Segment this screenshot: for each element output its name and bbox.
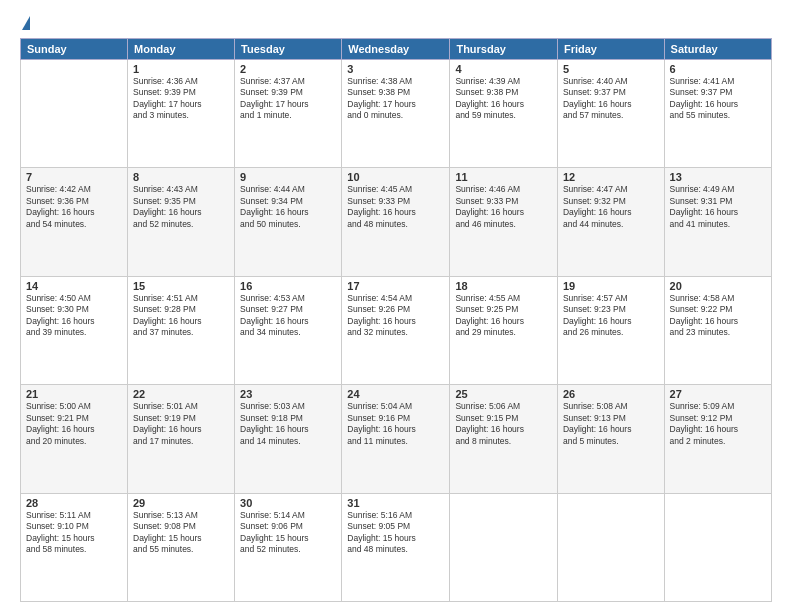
calendar-cell: 14Sunrise: 4:50 AM Sunset: 9:30 PM Dayli… bbox=[21, 276, 128, 384]
calendar-cell: 7Sunrise: 4:42 AM Sunset: 9:36 PM Daylig… bbox=[21, 168, 128, 276]
day-header-wednesday: Wednesday bbox=[342, 39, 450, 60]
day-header-sunday: Sunday bbox=[21, 39, 128, 60]
day-info: Sunrise: 5:08 AM Sunset: 9:13 PM Dayligh… bbox=[563, 401, 659, 447]
day-number: 6 bbox=[670, 63, 766, 75]
day-number: 25 bbox=[455, 388, 552, 400]
calendar-cell: 20Sunrise: 4:58 AM Sunset: 9:22 PM Dayli… bbox=[664, 276, 771, 384]
calendar-cell: 2Sunrise: 4:37 AM Sunset: 9:39 PM Daylig… bbox=[235, 60, 342, 168]
day-info: Sunrise: 4:50 AM Sunset: 9:30 PM Dayligh… bbox=[26, 293, 122, 339]
day-number: 20 bbox=[670, 280, 766, 292]
day-info: Sunrise: 4:36 AM Sunset: 9:39 PM Dayligh… bbox=[133, 76, 229, 122]
day-number: 7 bbox=[26, 171, 122, 183]
day-number: 1 bbox=[133, 63, 229, 75]
day-info: Sunrise: 5:16 AM Sunset: 9:05 PM Dayligh… bbox=[347, 510, 444, 556]
calendar: SundayMondayTuesdayWednesdayThursdayFrid… bbox=[20, 38, 772, 602]
day-number: 12 bbox=[563, 171, 659, 183]
day-info: Sunrise: 5:14 AM Sunset: 9:06 PM Dayligh… bbox=[240, 510, 336, 556]
day-number: 19 bbox=[563, 280, 659, 292]
day-number: 17 bbox=[347, 280, 444, 292]
day-info: Sunrise: 4:38 AM Sunset: 9:38 PM Dayligh… bbox=[347, 76, 444, 122]
calendar-cell: 25Sunrise: 5:06 AM Sunset: 9:15 PM Dayli… bbox=[450, 385, 558, 493]
logo bbox=[20, 16, 30, 30]
calendar-cell: 17Sunrise: 4:54 AM Sunset: 9:26 PM Dayli… bbox=[342, 276, 450, 384]
day-info: Sunrise: 4:40 AM Sunset: 9:37 PM Dayligh… bbox=[563, 76, 659, 122]
header bbox=[20, 16, 772, 30]
week-row-4: 21Sunrise: 5:00 AM Sunset: 9:21 PM Dayli… bbox=[21, 385, 772, 493]
day-info: Sunrise: 4:53 AM Sunset: 9:27 PM Dayligh… bbox=[240, 293, 336, 339]
day-number: 28 bbox=[26, 497, 122, 509]
day-header-saturday: Saturday bbox=[664, 39, 771, 60]
calendar-cell: 18Sunrise: 4:55 AM Sunset: 9:25 PM Dayli… bbox=[450, 276, 558, 384]
day-header-thursday: Thursday bbox=[450, 39, 558, 60]
calendar-cell: 15Sunrise: 4:51 AM Sunset: 9:28 PM Dayli… bbox=[128, 276, 235, 384]
calendar-cell: 9Sunrise: 4:44 AM Sunset: 9:34 PM Daylig… bbox=[235, 168, 342, 276]
day-number: 29 bbox=[133, 497, 229, 509]
day-info: Sunrise: 4:43 AM Sunset: 9:35 PM Dayligh… bbox=[133, 184, 229, 230]
day-number: 10 bbox=[347, 171, 444, 183]
day-number: 22 bbox=[133, 388, 229, 400]
day-number: 27 bbox=[670, 388, 766, 400]
day-number: 16 bbox=[240, 280, 336, 292]
day-info: Sunrise: 5:01 AM Sunset: 9:19 PM Dayligh… bbox=[133, 401, 229, 447]
day-number: 31 bbox=[347, 497, 444, 509]
day-info: Sunrise: 4:39 AM Sunset: 9:38 PM Dayligh… bbox=[455, 76, 552, 122]
calendar-header-row: SundayMondayTuesdayWednesdayThursdayFrid… bbox=[21, 39, 772, 60]
week-row-2: 7Sunrise: 4:42 AM Sunset: 9:36 PM Daylig… bbox=[21, 168, 772, 276]
day-info: Sunrise: 4:49 AM Sunset: 9:31 PM Dayligh… bbox=[670, 184, 766, 230]
day-info: Sunrise: 5:09 AM Sunset: 9:12 PM Dayligh… bbox=[670, 401, 766, 447]
calendar-cell bbox=[450, 493, 558, 601]
day-info: Sunrise: 5:04 AM Sunset: 9:16 PM Dayligh… bbox=[347, 401, 444, 447]
logo-triangle-icon bbox=[22, 16, 30, 30]
day-header-friday: Friday bbox=[557, 39, 664, 60]
calendar-cell: 1Sunrise: 4:36 AM Sunset: 9:39 PM Daylig… bbox=[128, 60, 235, 168]
calendar-cell: 26Sunrise: 5:08 AM Sunset: 9:13 PM Dayli… bbox=[557, 385, 664, 493]
day-info: Sunrise: 4:37 AM Sunset: 9:39 PM Dayligh… bbox=[240, 76, 336, 122]
day-info: Sunrise: 4:57 AM Sunset: 9:23 PM Dayligh… bbox=[563, 293, 659, 339]
day-info: Sunrise: 4:45 AM Sunset: 9:33 PM Dayligh… bbox=[347, 184, 444, 230]
calendar-cell: 11Sunrise: 4:46 AM Sunset: 9:33 PM Dayli… bbox=[450, 168, 558, 276]
calendar-cell bbox=[557, 493, 664, 601]
calendar-cell: 21Sunrise: 5:00 AM Sunset: 9:21 PM Dayli… bbox=[21, 385, 128, 493]
day-info: Sunrise: 4:55 AM Sunset: 9:25 PM Dayligh… bbox=[455, 293, 552, 339]
day-number: 23 bbox=[240, 388, 336, 400]
day-number: 4 bbox=[455, 63, 552, 75]
day-number: 30 bbox=[240, 497, 336, 509]
day-number: 26 bbox=[563, 388, 659, 400]
day-number: 9 bbox=[240, 171, 336, 183]
day-info: Sunrise: 5:11 AM Sunset: 9:10 PM Dayligh… bbox=[26, 510, 122, 556]
day-info: Sunrise: 4:41 AM Sunset: 9:37 PM Dayligh… bbox=[670, 76, 766, 122]
day-number: 24 bbox=[347, 388, 444, 400]
week-row-1: 1Sunrise: 4:36 AM Sunset: 9:39 PM Daylig… bbox=[21, 60, 772, 168]
calendar-cell: 24Sunrise: 5:04 AM Sunset: 9:16 PM Dayli… bbox=[342, 385, 450, 493]
calendar-cell: 6Sunrise: 4:41 AM Sunset: 9:37 PM Daylig… bbox=[664, 60, 771, 168]
page: SundayMondayTuesdayWednesdayThursdayFrid… bbox=[0, 0, 792, 612]
day-info: Sunrise: 4:54 AM Sunset: 9:26 PM Dayligh… bbox=[347, 293, 444, 339]
calendar-cell: 22Sunrise: 5:01 AM Sunset: 9:19 PM Dayli… bbox=[128, 385, 235, 493]
calendar-cell: 19Sunrise: 4:57 AM Sunset: 9:23 PM Dayli… bbox=[557, 276, 664, 384]
calendar-cell: 3Sunrise: 4:38 AM Sunset: 9:38 PM Daylig… bbox=[342, 60, 450, 168]
calendar-cell bbox=[664, 493, 771, 601]
day-header-monday: Monday bbox=[128, 39, 235, 60]
day-info: Sunrise: 4:46 AM Sunset: 9:33 PM Dayligh… bbox=[455, 184, 552, 230]
calendar-cell: 30Sunrise: 5:14 AM Sunset: 9:06 PM Dayli… bbox=[235, 493, 342, 601]
calendar-cell: 4Sunrise: 4:39 AM Sunset: 9:38 PM Daylig… bbox=[450, 60, 558, 168]
week-row-5: 28Sunrise: 5:11 AM Sunset: 9:10 PM Dayli… bbox=[21, 493, 772, 601]
day-number: 11 bbox=[455, 171, 552, 183]
calendar-cell: 29Sunrise: 5:13 AM Sunset: 9:08 PM Dayli… bbox=[128, 493, 235, 601]
calendar-cell: 31Sunrise: 5:16 AM Sunset: 9:05 PM Dayli… bbox=[342, 493, 450, 601]
day-number: 8 bbox=[133, 171, 229, 183]
calendar-cell: 10Sunrise: 4:45 AM Sunset: 9:33 PM Dayli… bbox=[342, 168, 450, 276]
day-number: 5 bbox=[563, 63, 659, 75]
calendar-cell bbox=[21, 60, 128, 168]
day-info: Sunrise: 4:44 AM Sunset: 9:34 PM Dayligh… bbox=[240, 184, 336, 230]
day-number: 13 bbox=[670, 171, 766, 183]
day-info: Sunrise: 5:13 AM Sunset: 9:08 PM Dayligh… bbox=[133, 510, 229, 556]
calendar-cell: 8Sunrise: 4:43 AM Sunset: 9:35 PM Daylig… bbox=[128, 168, 235, 276]
day-header-tuesday: Tuesday bbox=[235, 39, 342, 60]
calendar-body: 1Sunrise: 4:36 AM Sunset: 9:39 PM Daylig… bbox=[21, 60, 772, 602]
calendar-cell: 5Sunrise: 4:40 AM Sunset: 9:37 PM Daylig… bbox=[557, 60, 664, 168]
calendar-cell: 28Sunrise: 5:11 AM Sunset: 9:10 PM Dayli… bbox=[21, 493, 128, 601]
day-number: 2 bbox=[240, 63, 336, 75]
week-row-3: 14Sunrise: 4:50 AM Sunset: 9:30 PM Dayli… bbox=[21, 276, 772, 384]
day-number: 18 bbox=[455, 280, 552, 292]
